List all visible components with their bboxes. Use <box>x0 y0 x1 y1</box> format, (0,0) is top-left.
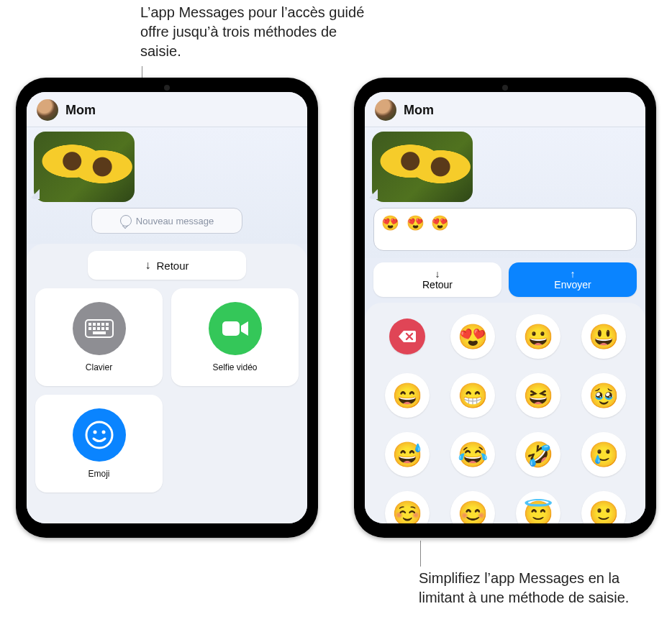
video-icon <box>209 302 262 355</box>
emoji-key[interactable]: 😊 <box>450 491 495 523</box>
svg-point-14 <box>93 431 96 434</box>
contact-header[interactable]: Mom <box>27 92 307 127</box>
send-label: Envoyer <box>554 280 591 290</box>
svg-rect-2 <box>93 323 96 326</box>
svg-rect-1 <box>88 323 91 326</box>
svg-rect-3 <box>97 323 100 326</box>
emoji-icon <box>73 408 126 462</box>
emoji-key[interactable]: 😇 <box>516 491 560 523</box>
compose-input[interactable]: 😍 😍 😍 <box>373 208 637 251</box>
keyboard-icon <box>73 302 126 355</box>
emoji-key[interactable]: 🥹 <box>581 373 626 418</box>
contact-header[interactable]: Mom <box>365 92 645 127</box>
svg-rect-11 <box>93 331 106 334</box>
send-button[interactable]: ↑ Envoyer <box>509 262 637 297</box>
emoji-key[interactable]: 😆 <box>516 373 560 418</box>
svg-rect-10 <box>106 327 109 330</box>
compose-placeholder: Nouveau message <box>136 216 214 226</box>
emoji-key[interactable]: 😂 <box>450 432 495 477</box>
method-label: Emoji <box>88 469 109 479</box>
svg-rect-12 <box>222 321 240 336</box>
emoji-key[interactable]: 🤣 <box>516 432 560 477</box>
callout-top: L’app Messages pour l’accès guidé offre … <box>140 3 371 61</box>
contact-name: Mom <box>404 103 434 118</box>
compose-value: 😍 😍 😍 <box>381 215 450 231</box>
emoji-key[interactable]: 🙂 <box>581 491 626 523</box>
avatar <box>37 99 58 121</box>
emoji-key[interactable]: 😍 <box>450 314 495 359</box>
delete-key[interactable] <box>389 318 425 354</box>
emoji-key[interactable]: 😅 <box>385 432 430 477</box>
emoji-key[interactable]: 😃 <box>581 314 626 359</box>
emoji-key[interactable]: 😁 <box>450 373 495 418</box>
method-label: Clavier <box>86 362 112 372</box>
callout-bottom: Simplifiez l’app Messages en la limitant… <box>419 569 649 608</box>
method-tile-emoji[interactable]: Emoji <box>35 395 163 492</box>
avatar <box>375 99 396 121</box>
emoji-key[interactable]: 😄 <box>385 373 430 418</box>
emoji-key[interactable]: ☺️ <box>385 491 430 523</box>
svg-point-13 <box>86 422 112 448</box>
back-label: Retour <box>156 260 189 272</box>
svg-rect-7 <box>93 327 96 330</box>
received-photo-message[interactable] <box>34 132 135 202</box>
back-button[interactable]: ↓ Retour <box>373 262 501 297</box>
svg-rect-9 <box>101 327 104 330</box>
back-label: Retour <box>422 280 453 290</box>
emoji-key[interactable]: 😀 <box>516 314 560 359</box>
method-tile-video[interactable]: Selfie vidéo <box>171 288 299 386</box>
received-photo-message[interactable] <box>372 132 473 202</box>
ipad-right: Mom 😍 😍 😍 ↓ Retour ↑ Envoyer <box>354 78 656 538</box>
svg-point-15 <box>101 431 105 434</box>
message-bubble-icon <box>120 215 132 226</box>
emoji-keyboard: 😍😀😃😄😁😆🥹😅😂🤣🥲☺️😊😇🙂 <box>365 303 645 523</box>
svg-rect-5 <box>106 323 109 326</box>
arrow-down-icon: ↓ <box>435 269 440 280</box>
back-button[interactable]: ↓ Retour <box>88 251 246 280</box>
method-tile-keyboard[interactable]: Clavier <box>35 288 163 386</box>
arrow-up-icon: ↑ <box>571 269 576 280</box>
svg-rect-6 <box>88 327 91 330</box>
ipad-left: Mom Nouveau message ↓ Retour <box>16 78 318 538</box>
svg-rect-4 <box>101 323 104 326</box>
compose-input[interactable]: Nouveau message <box>91 208 242 234</box>
emoji-key[interactable]: 🥲 <box>581 432 626 477</box>
arrow-down-icon: ↓ <box>145 259 150 272</box>
svg-rect-8 <box>97 327 100 330</box>
callout-line-bottom <box>420 541 421 567</box>
method-label: Selfie vidéo <box>212 362 257 372</box>
contact-name: Mom <box>65 103 96 118</box>
